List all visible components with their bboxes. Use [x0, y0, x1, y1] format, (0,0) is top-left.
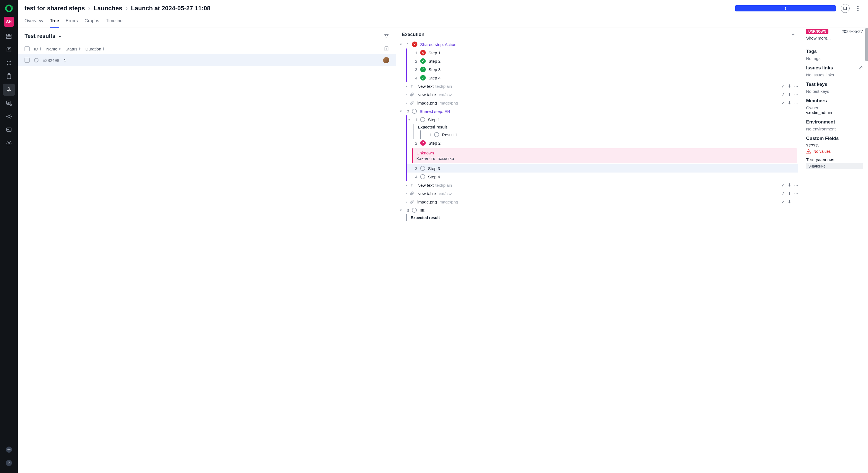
breadcrumb-current: Launch at 2024-05-27 11:08 — [131, 5, 211, 12]
svg-point-9 — [10, 104, 11, 106]
sidebar-defects[interactable] — [3, 111, 15, 123]
stop-button[interactable] — [841, 4, 849, 13]
tree-attachment[interactable]: ▸TNew texttext/plain⤢⬇⋯ — [398, 82, 798, 90]
unknown-icon: ? — [420, 140, 426, 146]
more-icon[interactable]: ⋯ — [794, 191, 798, 196]
show-more-link[interactable]: Show more... — [806, 36, 863, 40]
sidebar-settings[interactable] — [3, 137, 15, 149]
table-header: ID▲▼ Name▲▼ Status▲▼ Duration▲▼ — [18, 43, 396, 54]
tree-step[interactable]: ▼ 2 Shared step: ER — [398, 107, 798, 116]
more-menu-button[interactable] — [855, 4, 861, 13]
expand-icon[interactable]: ⤢ — [781, 191, 785, 196]
empty-status-icon — [420, 174, 425, 179]
tree-substep[interactable]: 1✕Step 1 — [407, 49, 798, 57]
download-icon[interactable]: ⬇ — [788, 92, 791, 97]
sidebar-testcases[interactable] — [3, 43, 15, 56]
column-duration[interactable]: Duration▲▼ — [85, 46, 105, 51]
download-icon[interactable]: ⬇ — [788, 183, 791, 188]
download-icon[interactable]: ⬇ — [788, 100, 791, 105]
expand-icon[interactable]: ⤢ — [781, 183, 785, 188]
progress-bar[interactable]: 1 — [735, 5, 836, 11]
assignee-avatar[interactable] — [383, 57, 389, 63]
sidebar-jobs[interactable] — [3, 124, 15, 136]
table-row[interactable]: #282498 1 — [18, 54, 396, 66]
sidebar-analytics[interactable] — [3, 97, 15, 109]
expand-toggle[interactable]: ▼ — [398, 109, 403, 113]
tree-substep[interactable]: 4Step 4 — [407, 172, 798, 181]
download-icon[interactable]: ⬇ — [788, 84, 791, 89]
tree-substep[interactable]: 3Step 3 — [407, 164, 798, 172]
sidebar-launches[interactable] — [3, 84, 15, 96]
tree-attachment[interactable]: ▸image.pngimage/png⤢⬇⋯ — [398, 198, 798, 206]
expand-toggle[interactable]: ▸ — [404, 93, 409, 96]
tree-step[interactable]: ▼ 3 !!!!!! — [398, 206, 798, 214]
svg-point-10 — [7, 115, 10, 118]
more-icon[interactable]: ⋯ — [794, 92, 798, 97]
expand-toggle[interactable]: ▸ — [404, 192, 409, 195]
sidebar-dashboard[interactable] — [3, 30, 15, 42]
details-panel: UNKNOWN 2024-05-27 Show more... Tags No … — [801, 28, 868, 473]
tree-substep[interactable]: 2?Step 2 — [407, 139, 798, 147]
columns-config-button[interactable] — [384, 46, 389, 52]
expand-toggle[interactable]: ▼ — [398, 209, 403, 212]
expand-toggle[interactable]: ▸ — [404, 200, 409, 204]
step-label: Shared step: Action — [420, 42, 457, 47]
expected-result-label: Expected result — [414, 124, 798, 130]
sidebar-plans[interactable] — [3, 70, 15, 83]
tab-overview[interactable]: Overview — [25, 16, 43, 28]
env-value: No environment — [806, 127, 863, 131]
filter-button[interactable] — [384, 33, 389, 39]
app-logo[interactable] — [4, 3, 14, 13]
sidebar: SH ? — [0, 0, 18, 473]
more-icon[interactable]: ⋯ — [794, 84, 798, 89]
attachment-icon — [409, 100, 414, 106]
results-title[interactable]: Test results — [25, 33, 62, 39]
tree-result[interactable]: 1Result 1 — [421, 130, 798, 139]
tab-timeline[interactable]: Timeline — [106, 16, 123, 28]
tree-attachment[interactable]: ▸New tabletext/csv⤢⬇⋯ — [398, 189, 798, 198]
tree-attachment[interactable]: ▸TNew texttext/plain⤢⬇⋯ — [398, 181, 798, 189]
expand-icon[interactable]: ⤢ — [781, 199, 785, 204]
more-icon[interactable]: ⋯ — [794, 100, 798, 105]
expand-icon[interactable]: ⤢ — [781, 84, 785, 89]
tree-step[interactable]: ▼ 1 ✕ Shared step: Action — [398, 40, 798, 49]
empty-status-icon — [434, 132, 439, 137]
breadcrumb-section[interactable]: Launches — [94, 5, 122, 12]
column-id[interactable]: ID▲▼ — [34, 46, 42, 51]
tree-substep[interactable]: 4✓Step 4 — [407, 73, 798, 82]
expand-toggle[interactable]: ▸ — [404, 101, 409, 105]
tab-tree[interactable]: Tree — [50, 16, 59, 28]
tree-substep[interactable]: ▼1Step 1 — [407, 116, 798, 124]
tree-attachment[interactable]: ▸New tabletext/csv⤢⬇⋯ — [398, 90, 798, 99]
column-name[interactable]: Name▲▼ — [46, 46, 61, 51]
download-icon[interactable]: ⬇ — [788, 199, 791, 204]
more-icon[interactable]: ⋯ — [794, 183, 798, 188]
expand-toggle[interactable]: ▸ — [404, 183, 409, 187]
column-status[interactable]: Status▲▼ — [65, 46, 81, 51]
expand-icon[interactable]: ⤢ — [781, 92, 785, 97]
sidebar-help[interactable]: ? — [3, 457, 15, 469]
tab-graphs[interactable]: Graphs — [85, 16, 99, 28]
sidebar-cycles[interactable] — [3, 57, 15, 69]
edit-icon[interactable] — [859, 66, 863, 70]
expand-toggle[interactable]: ▼ — [398, 43, 403, 46]
custom-field-chip: Значение — [806, 163, 863, 169]
tags-heading: Tags — [806, 49, 863, 54]
tree-substep[interactable]: 2✓Step 2 — [407, 57, 798, 65]
more-icon[interactable]: ⋯ — [794, 199, 798, 204]
download-icon[interactable]: ⬇ — [788, 191, 791, 196]
collapse-button[interactable] — [791, 32, 796, 37]
breadcrumb-project[interactable]: test for shared steps — [25, 5, 85, 12]
select-all-checkbox[interactable] — [25, 46, 30, 51]
sidebar-add[interactable] — [3, 443, 15, 456]
expand-icon[interactable]: ⤢ — [781, 100, 785, 105]
scrollbar[interactable] — [865, 28, 868, 61]
expand-toggle[interactable]: ▸ — [404, 85, 409, 88]
project-avatar[interactable]: SH — [4, 17, 14, 27]
tree-substep[interactable]: 3✓Step 3 — [407, 65, 798, 73]
tab-errors[interactable]: Errors — [66, 16, 78, 28]
tree-attachment[interactable]: ▸image.pngimage/png⤢⬇⋯ — [398, 99, 798, 107]
row-checkbox[interactable] — [25, 58, 30, 63]
tabs: Overview Tree Errors Graphs Timeline — [25, 16, 861, 28]
expand-toggle[interactable]: ▼ — [407, 118, 412, 121]
